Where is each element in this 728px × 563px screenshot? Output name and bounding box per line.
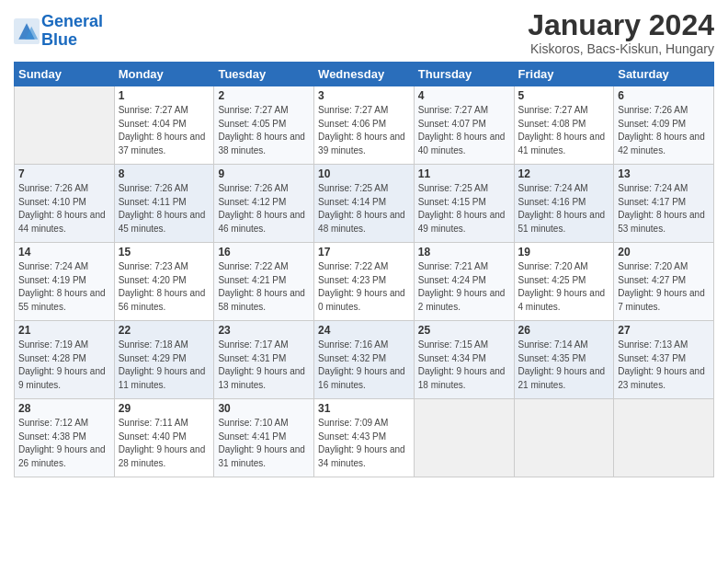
table-row: 27 Sunrise: 7:13 AM Sunset: 4:37 PM Dayl… <box>614 321 714 399</box>
day-number: 21 <box>18 324 110 337</box>
table-row <box>15 86 115 165</box>
day-number: 22 <box>119 324 210 337</box>
daylight-text: Daylight: 9 hours and 11 minutes. <box>119 366 206 390</box>
table-row: 22 Sunrise: 7:18 AM Sunset: 4:29 PM Dayl… <box>114 321 214 399</box>
table-row: 19 Sunrise: 7:20 AM Sunset: 4:25 PM Dayl… <box>514 243 614 321</box>
cell-info: Sunrise: 7:12 AM Sunset: 4:38 PM Dayligh… <box>18 417 110 470</box>
sunrise-text: Sunrise: 7:22 AM <box>318 261 388 271</box>
table-row: 15 Sunrise: 7:23 AM Sunset: 4:20 PM Dayl… <box>114 243 214 321</box>
header-tuesday: Tuesday <box>214 63 314 86</box>
header-saturday: Saturday <box>614 63 714 86</box>
table-row: 25 Sunrise: 7:15 AM Sunset: 4:34 PM Dayl… <box>414 321 514 399</box>
table-row: 16 Sunrise: 7:22 AM Sunset: 4:21 PM Dayl… <box>214 243 314 321</box>
sunset-text: Sunset: 4:34 PM <box>418 353 486 363</box>
table-row: 31 Sunrise: 7:09 AM Sunset: 4:43 PM Dayl… <box>314 399 415 477</box>
daylight-text: Daylight: 9 hours and 13 minutes. <box>218 366 305 390</box>
daylight-text: Daylight: 9 hours and 7 minutes. <box>618 288 705 312</box>
cell-info: Sunrise: 7:24 AM Sunset: 4:17 PM Dayligh… <box>618 182 710 236</box>
sunset-text: Sunset: 4:17 PM <box>618 197 686 207</box>
cell-info: Sunrise: 7:25 AM Sunset: 4:15 PM Dayligh… <box>418 182 510 236</box>
day-number: 27 <box>618 324 710 337</box>
sunrise-text: Sunrise: 7:25 AM <box>418 183 488 193</box>
table-row: 14 Sunrise: 7:24 AM Sunset: 4:19 PM Dayl… <box>15 243 115 321</box>
cell-info: Sunrise: 7:15 AM Sunset: 4:34 PM Dayligh… <box>418 339 510 392</box>
sunrise-text: Sunrise: 7:11 AM <box>119 418 188 428</box>
daylight-text: Daylight: 9 hours and 16 minutes. <box>318 366 405 390</box>
sunset-text: Sunset: 4:40 PM <box>119 431 187 442</box>
sunrise-text: Sunrise: 7:27 AM <box>418 105 488 115</box>
daylight-text: Daylight: 9 hours and 0 minutes. <box>318 288 405 312</box>
cell-info: Sunrise: 7:26 AM Sunset: 4:11 PM Dayligh… <box>119 182 210 236</box>
day-number: 6 <box>618 89 710 102</box>
sunset-text: Sunset: 4:35 PM <box>518 353 586 363</box>
header-sunday: Sunday <box>15 63 115 86</box>
calendar-table: Sunday Monday Tuesday Wednesday Thursday… <box>14 62 714 477</box>
calendar-header-row: Sunday Monday Tuesday Wednesday Thursday… <box>15 63 714 86</box>
daylight-text: Daylight: 8 hours and 53 minutes. <box>618 210 705 234</box>
day-number: 13 <box>618 167 710 180</box>
cell-info: Sunrise: 7:24 AM Sunset: 4:19 PM Dayligh… <box>18 260 110 314</box>
table-row: 11 Sunrise: 7:25 AM Sunset: 4:15 PM Dayl… <box>414 165 514 243</box>
table-row <box>414 399 514 477</box>
week-row-3: 14 Sunrise: 7:24 AM Sunset: 4:19 PM Dayl… <box>15 243 714 321</box>
table-row <box>514 399 614 477</box>
daylight-text: Daylight: 9 hours and 26 minutes. <box>18 444 106 468</box>
page-header: GeneralBlue January 2024 Kiskoros, Bacs-… <box>14 9 714 56</box>
table-row: 26 Sunrise: 7:14 AM Sunset: 4:35 PM Dayl… <box>514 321 614 399</box>
sunset-text: Sunset: 4:20 PM <box>119 275 187 285</box>
daylight-text: Daylight: 8 hours and 46 minutes. <box>218 210 305 234</box>
sunrise-text: Sunrise: 7:26 AM <box>218 183 288 193</box>
table-row: 30 Sunrise: 7:10 AM Sunset: 4:41 PM Dayl… <box>214 399 314 477</box>
daylight-text: Daylight: 9 hours and 28 minutes. <box>119 444 206 468</box>
cell-info: Sunrise: 7:21 AM Sunset: 4:24 PM Dayligh… <box>418 260 510 314</box>
cell-info: Sunrise: 7:25 AM Sunset: 4:14 PM Dayligh… <box>318 182 410 236</box>
sunset-text: Sunset: 4:25 PM <box>518 275 586 285</box>
sunset-text: Sunset: 4:05 PM <box>218 119 286 129</box>
sunset-text: Sunset: 4:32 PM <box>318 353 386 363</box>
table-row: 18 Sunrise: 7:21 AM Sunset: 4:24 PM Dayl… <box>414 243 514 321</box>
cell-info: Sunrise: 7:19 AM Sunset: 4:28 PM Dayligh… <box>18 339 110 392</box>
day-number: 19 <box>518 246 610 259</box>
table-row <box>614 399 714 477</box>
sunset-text: Sunset: 4:27 PM <box>618 275 686 285</box>
header-monday: Monday <box>114 63 214 86</box>
daylight-text: Daylight: 9 hours and 4 minutes. <box>518 288 606 312</box>
table-row: 2 Sunrise: 7:27 AM Sunset: 4:05 PM Dayli… <box>214 86 314 165</box>
cell-info: Sunrise: 7:14 AM Sunset: 4:35 PM Dayligh… <box>518 339 610 392</box>
sunset-text: Sunset: 4:29 PM <box>119 353 187 363</box>
sunset-text: Sunset: 4:38 PM <box>18 431 86 442</box>
sunrise-text: Sunrise: 7:10 AM <box>218 418 288 428</box>
daylight-text: Daylight: 8 hours and 37 minutes. <box>119 132 206 155</box>
day-number: 11 <box>418 167 510 180</box>
cell-info: Sunrise: 7:11 AM Sunset: 4:40 PM Dayligh… <box>119 417 210 470</box>
daylight-text: Daylight: 8 hours and 45 minutes. <box>119 210 206 234</box>
cell-info: Sunrise: 7:26 AM Sunset: 4:10 PM Dayligh… <box>18 182 110 236</box>
day-number: 5 <box>518 89 610 102</box>
sunset-text: Sunset: 4:12 PM <box>218 197 286 207</box>
cell-info: Sunrise: 7:10 AM Sunset: 4:41 PM Dayligh… <box>218 417 310 470</box>
logo-text: GeneralBlue <box>41 13 103 50</box>
sunset-text: Sunset: 4:31 PM <box>218 353 286 363</box>
week-row-1: 1 Sunrise: 7:27 AM Sunset: 4:04 PM Dayli… <box>15 86 714 165</box>
day-number: 15 <box>119 246 210 259</box>
sunset-text: Sunset: 4:16 PM <box>518 197 586 207</box>
daylight-text: Daylight: 9 hours and 31 minutes. <box>218 444 305 468</box>
table-row: 3 Sunrise: 7:27 AM Sunset: 4:06 PM Dayli… <box>314 86 415 165</box>
sunrise-text: Sunrise: 7:27 AM <box>318 105 388 115</box>
day-number: 4 <box>418 89 510 102</box>
cell-info: Sunrise: 7:22 AM Sunset: 4:23 PM Dayligh… <box>318 260 410 314</box>
logo: GeneralBlue <box>14 13 103 50</box>
sunrise-text: Sunrise: 7:27 AM <box>218 105 288 115</box>
sunrise-text: Sunrise: 7:26 AM <box>618 105 688 115</box>
day-number: 18 <box>418 246 510 259</box>
header-friday: Friday <box>514 63 614 86</box>
sunset-text: Sunset: 4:19 PM <box>18 275 86 285</box>
daylight-text: Daylight: 9 hours and 21 minutes. <box>518 366 606 390</box>
day-number: 20 <box>618 246 710 259</box>
daylight-text: Daylight: 8 hours and 41 minutes. <box>518 132 606 155</box>
table-row: 7 Sunrise: 7:26 AM Sunset: 4:10 PM Dayli… <box>15 165 115 243</box>
table-row: 21 Sunrise: 7:19 AM Sunset: 4:28 PM Dayl… <box>15 321 115 399</box>
sunset-text: Sunset: 4:21 PM <box>218 275 286 285</box>
sunrise-text: Sunrise: 7:24 AM <box>618 183 688 193</box>
sunrise-text: Sunrise: 7:27 AM <box>518 105 588 115</box>
